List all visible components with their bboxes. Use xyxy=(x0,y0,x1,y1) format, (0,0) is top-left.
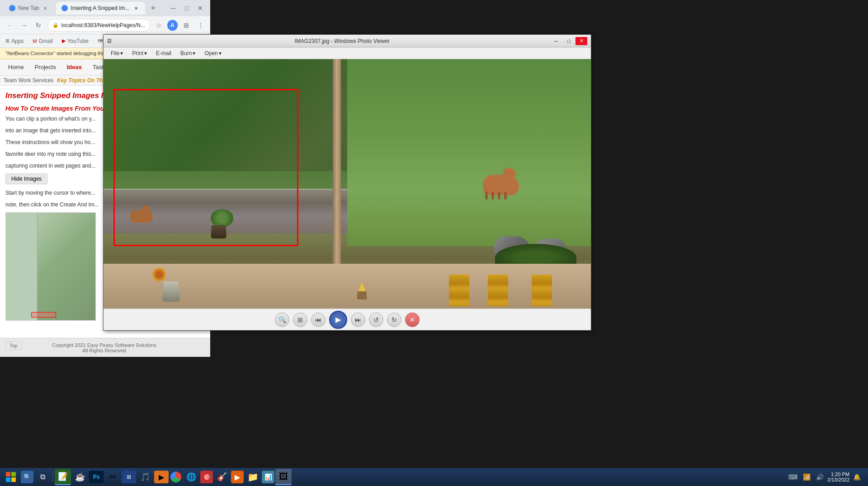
menu-open[interactable]: Open ▾ xyxy=(201,49,225,57)
extensions-button[interactable]: ⊞ xyxy=(180,19,192,32)
footer-rights: All Rights Reserved xyxy=(52,348,156,353)
taskbar-app10[interactable]: 🎸 xyxy=(214,469,230,485)
bookmark-button[interactable]: ☆ xyxy=(153,19,165,32)
photo-viewer-body xyxy=(104,59,591,308)
deer-leg-4 xyxy=(504,192,507,200)
bookmark-youtube[interactable]: ▶ YouTube xyxy=(60,37,90,45)
nav-ideas[interactable]: Ideas xyxy=(62,61,86,73)
taskbar-notepad[interactable]: 📝 xyxy=(55,469,71,485)
taskbar-app11[interactable]: ▶ xyxy=(231,471,244,483)
taskbar-separator-1 xyxy=(52,472,53,482)
notification-icon[interactable]: 🔔 xyxy=(851,472,863,481)
taskbar-app13[interactable]: 📊 xyxy=(262,471,274,483)
bookmark-gmail[interactable]: M Gmail xyxy=(31,37,55,45)
tab-new[interactable]: New Tab ✕ xyxy=(4,2,54,14)
taskbar-chrome[interactable] xyxy=(170,471,182,483)
taskbar-app5[interactable]: ⊞ xyxy=(122,471,136,483)
netbeans-icon: ☕ xyxy=(75,472,85,482)
minimize-chrome-button[interactable]: ─ xyxy=(167,2,179,14)
menu-button[interactable]: ⋮ xyxy=(195,19,207,32)
bookmark-youtube-label: YouTube xyxy=(67,38,89,44)
volume-icon[interactable]: 🔊 xyxy=(814,472,826,481)
photo-viewer-taskbar-icon: 🖼 xyxy=(279,472,288,482)
menu-file[interactable]: File ▾ xyxy=(107,49,127,57)
bookmark-gmail-label: Gmail xyxy=(39,38,53,44)
deer-right xyxy=(478,159,533,200)
taskbar-media[interactable]: ▶ xyxy=(154,471,169,483)
nav-home[interactable]: Home xyxy=(4,61,28,73)
rotate-right-button[interactable]: ↻ xyxy=(387,313,401,327)
profile-button[interactable]: A xyxy=(167,20,177,31)
forward-button[interactable]: → xyxy=(18,19,30,32)
play-button[interactable]: ▶ xyxy=(329,311,347,329)
preview-image xyxy=(5,212,96,321)
prev-button[interactable]: ⏮ xyxy=(311,313,326,327)
site-footer: Top Copyright 2021 Easy Peasy Software S… xyxy=(0,338,210,357)
maximize-chrome-button[interactable]: □ xyxy=(180,2,193,14)
hide-images-button[interactable]: Hide Images xyxy=(5,173,47,184)
preview-sidebar xyxy=(6,213,38,320)
back-button[interactable]: ← xyxy=(4,19,15,32)
grass-right xyxy=(347,59,591,246)
taskbar-app6[interactable]: 🎵 xyxy=(137,469,153,485)
rotate-left-button[interactable]: ↺ xyxy=(369,313,383,327)
taskbar-snip[interactable]: ✂ xyxy=(104,469,121,485)
chrome-taskbar-icon xyxy=(170,472,181,482)
notification-text: "NetBeans Connector" started debugging t… xyxy=(5,51,114,56)
top-link[interactable]: Top xyxy=(5,341,22,350)
taskbar-task-view[interactable]: ⧉ xyxy=(34,469,51,485)
close-chrome-button[interactable]: ✕ xyxy=(194,2,207,14)
network-icon[interactable]: 📶 xyxy=(801,472,812,481)
sunflower-head xyxy=(152,268,166,281)
win-logo-q1 xyxy=(6,472,10,477)
keyboard-icon[interactable]: ⌨ xyxy=(787,472,799,481)
bookmark-apps[interactable]: ⊞ Apps xyxy=(4,37,25,45)
snip-icon: ✂ xyxy=(109,472,116,482)
taskbar-netbeans[interactable]: ☕ xyxy=(72,469,88,485)
next-button[interactable]: ⏭ xyxy=(351,313,365,327)
taskbar-photo-viewer[interactable]: 🖼 xyxy=(275,469,292,485)
metal-bucket xyxy=(162,281,180,302)
clock-date: 2/13/2022 xyxy=(827,477,849,482)
zoom-control[interactable]: 🔍 xyxy=(275,313,289,327)
file-explorer-icon: 📁 xyxy=(247,472,259,482)
reload-button[interactable]: ↻ xyxy=(33,19,44,32)
url-text: localhost:8383/NewHelpPages/N... xyxy=(61,22,145,28)
small-window-plant xyxy=(357,282,367,299)
chrome-titlebar: New Tab ✕ Inserting A Snipped Im... ✕ + … xyxy=(0,0,210,16)
photo-viewer-title: IMAG2307.jpg - Windows Photo Viewer xyxy=(134,38,550,44)
address-bar[interactable]: 🔒 localhost:8383/NewHelpPages/N... xyxy=(47,19,150,32)
taskbar-app9[interactable]: 🎯 xyxy=(200,471,213,483)
menu-print[interactable]: Print ▾ xyxy=(128,49,151,57)
photo-viewer-window: 🖼 IMAG2307.jpg - Windows Photo Viewer ─ … xyxy=(103,34,591,331)
minimize-photo-viewer[interactable]: ─ xyxy=(550,37,562,45)
menu-burn[interactable]: Burn ▾ xyxy=(177,49,199,57)
taskbar-file-explorer[interactable]: 📁 xyxy=(245,469,261,485)
tab-new-close[interactable]: ✕ xyxy=(42,5,49,12)
taskbar-app8[interactable]: 🌐 xyxy=(183,469,199,485)
taskbar-photoshop[interactable]: Ps xyxy=(89,471,104,483)
close-photo-viewer[interactable]: ✕ xyxy=(576,37,587,45)
garden-photo xyxy=(104,59,591,308)
nav-projects[interactable]: Projects xyxy=(30,61,61,73)
new-tab-button[interactable]: + xyxy=(147,2,160,14)
taskbar-search[interactable]: 🔍 xyxy=(21,471,33,483)
fit-control[interactable]: ⊞ xyxy=(293,313,307,327)
delete-button[interactable]: ✕ xyxy=(405,313,420,327)
deer-leg-2 xyxy=(491,192,494,200)
start-button[interactable] xyxy=(2,469,20,485)
sunflower xyxy=(152,268,166,281)
taskbar-time[interactable]: 1:20 PM 2/13/2022 xyxy=(827,472,849,482)
maximize-photo-viewer[interactable]: □ xyxy=(563,37,575,45)
preview-image-bg xyxy=(6,213,95,320)
tab-inserting[interactable]: Inserting A Snipped Im... ✕ xyxy=(56,2,145,14)
tab-inserting-close[interactable]: ✕ xyxy=(132,5,140,12)
win-logo-q3 xyxy=(6,477,10,482)
tab-favicon-inserting xyxy=(61,5,68,11)
photo-viewer-controls: 🔍 ⊞ ⏮ ▶ ⏭ ↺ ↻ ✕ xyxy=(104,308,591,330)
potted-plant xyxy=(211,209,233,238)
menu-email[interactable]: E-mail xyxy=(152,49,175,57)
plant-pot xyxy=(211,225,226,238)
taskbar: 🔍 ⧉ 📝 ☕ Ps ✂ ⊞ 🎵 ▶ 🌐 🎯 🎸 ▶ 📁 📊 🖼 ⌨ 📶 🔊 1… xyxy=(0,468,868,486)
win-logo-q4 xyxy=(11,477,16,482)
